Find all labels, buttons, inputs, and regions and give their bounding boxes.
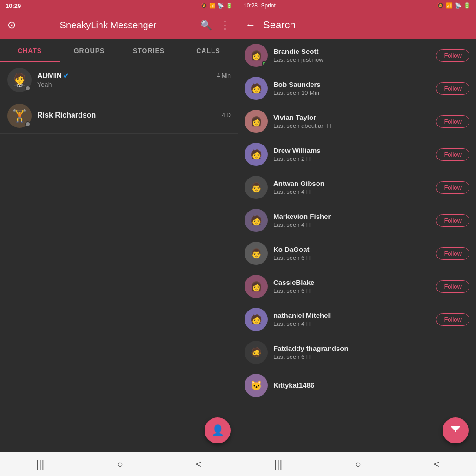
lastseen-drew: Last seen 2 H <box>273 155 436 162</box>
search-results-list: 👩 Brandie Scott Last seen just now Follo… <box>238 39 476 476</box>
search-icon[interactable]: 🔍 <box>200 20 212 31</box>
nav-back-left[interactable]: < <box>196 458 202 470</box>
info-nathaniel: nathaniel Mitchell Last seen 4 H <box>273 311 436 327</box>
wifi-icon: 📡 <box>218 3 224 9</box>
avatar-wrap-admin: 🤵 <box>7 68 32 92</box>
chat-item-risk[interactable]: 🏋️ Risk Richardson 4 D <box>0 98 238 134</box>
chat-list: 🤵 ADMIN ✔ 4 Min Yeah <box>0 62 238 476</box>
chat-time-risk: 4 D <box>222 112 231 119</box>
name-kittykat: Kittykat1486 <box>273 381 469 389</box>
search-item-drew[interactable]: 🧑 Drew Williams Last seen 2 H Follow <box>238 138 476 171</box>
name-vivian: Vivian Taylor <box>273 113 436 121</box>
nav-home-left[interactable]: ○ <box>117 458 123 470</box>
nav-menu-right[interactable]: ||| <box>274 458 282 470</box>
avatar-cassie: 👩 <box>245 275 268 298</box>
verified-icon-admin: ✔ <box>63 72 69 79</box>
new-chat-fab[interactable]: 👤 <box>205 417 231 443</box>
filter-icon <box>450 424 461 437</box>
follow-button-brandie[interactable]: Follow <box>436 49 469 62</box>
status-icons-left: 🔕 📶 📡 🔋 <box>201 3 232 9</box>
follow-button-markevion[interactable]: Follow <box>436 214 469 227</box>
tab-groups[interactable]: GROUPS <box>60 39 119 62</box>
lastseen-vivian: Last seen about an H <box>273 122 436 129</box>
follow-button-antwan[interactable]: Follow <box>436 181 469 194</box>
avatar-fatdaddy: 🧔 <box>245 341 268 364</box>
signal-icon-right: 📶 <box>446 2 453 9</box>
mute-icon-right: 🔕 <box>437 2 444 9</box>
search-item-vivian[interactable]: 👩 Vivian Taylor Last seen about an H Fol… <box>238 105 476 138</box>
avatar-kittykat: 🐱 <box>245 374 268 397</box>
chat-name-risk: Risk Richardson <box>37 111 96 119</box>
nav-back-right[interactable]: < <box>434 458 440 470</box>
status-bar-right: 10:28 Sprint 🔕 📶 📡 🔋 <box>238 0 476 11</box>
chat-item-admin[interactable]: 🤵 ADMIN ✔ 4 Min Yeah <box>0 62 238 98</box>
nav-menu-left[interactable]: ||| <box>36 458 44 470</box>
search-item-markevion[interactable]: 🧑 Markevion Fisher Last seen 4 H Follow <box>238 204 476 237</box>
name-markevion: Markevion Fisher <box>273 212 436 220</box>
info-drew: Drew Williams Last seen 2 H <box>273 146 436 162</box>
follow-button-nathaniel[interactable]: Follow <box>436 313 469 326</box>
more-icon[interactable]: ⋮ <box>219 20 231 31</box>
battery-icon: 🔋 <box>226 3 232 9</box>
name-nathaniel: nathaniel Mitchell <box>273 311 436 319</box>
follow-button-cassie[interactable]: Follow <box>436 280 469 293</box>
tabs-bar: CHATS GROUPS STORIES CALLS <box>0 39 238 62</box>
info-ko: Ko DaGoat Last seen 6 H <box>273 245 436 261</box>
app-title: SneakyLink Messenger <box>16 20 200 31</box>
lastseen-markevion: Last seen 4 H <box>273 221 436 228</box>
name-fatdaddy: Fatdaddy thagrandson <box>273 344 469 352</box>
avatar-nathaniel: 🧑 <box>245 308 268 331</box>
search-header: ← Search <box>238 11 476 39</box>
name-drew: Drew Williams <box>273 146 436 154</box>
lastseen-cassie: Last seen 6 H <box>273 287 436 294</box>
time-left: 10:29 <box>6 2 21 9</box>
left-panel: 10:29 🔕 📶 📡 🔋 ⊙ SneakyLink Messenger 🔍 ⋮… <box>0 0 238 476</box>
follow-button-drew[interactable]: Follow <box>436 148 469 161</box>
search-item-cassie[interactable]: 👩 CassieBlake Last seen 6 H Follow <box>238 270 476 303</box>
location-icon[interactable]: ⊙ <box>7 19 16 31</box>
search-item-bob[interactable]: 🧑 Bob Saunders Last seen 10 Min Follow <box>238 72 476 105</box>
lastseen-antwan: Last seen 4 H <box>273 188 436 195</box>
follow-button-ko[interactable]: Follow <box>436 247 469 260</box>
name-ko: Ko DaGoat <box>273 245 436 253</box>
search-item-brandie[interactable]: 👩 Brandie Scott Last seen just now Follo… <box>238 39 476 72</box>
tab-stories[interactable]: STORIES <box>119 39 178 62</box>
chat-info-risk: Risk Richardson 4 D <box>37 111 231 120</box>
lastseen-fatdaddy: Last seen 6 H <box>273 353 469 360</box>
search-item-nathaniel[interactable]: 🧑 nathaniel Mitchell Last seen 4 H Follo… <box>238 303 476 336</box>
search-item-fatdaddy[interactable]: 🧔 Fatdaddy thagrandson Last seen 6 H <box>238 336 476 369</box>
tab-chats[interactable]: CHATS <box>0 39 60 62</box>
chat-preview-admin: Yeah <box>37 81 231 88</box>
avatar-vivian: 👩 <box>245 110 268 133</box>
info-fatdaddy: Fatdaddy thagrandson Last seen 6 H <box>273 344 469 360</box>
person-add-icon: 👤 <box>212 424 224 436</box>
lastseen-brandie: Last seen just now <box>273 56 436 63</box>
nav-home-right[interactable]: ○ <box>355 458 361 470</box>
status-bar-left: 10:29 🔕 📶 📡 🔋 <box>0 0 238 11</box>
follow-button-bob[interactable]: Follow <box>436 82 469 95</box>
search-item-kittykat[interactable]: 🐱 Kittykat1486 <box>238 369 476 402</box>
nav-bar-right: ||| ○ < <box>238 452 476 476</box>
avatar-markevion: 🧑 <box>245 209 268 232</box>
info-kittykat: Kittykat1486 <box>273 381 469 390</box>
info-bob: Bob Saunders Last seen 10 Min <box>273 80 436 96</box>
filter-fab[interactable] <box>443 417 469 443</box>
chat-info-admin: ADMIN ✔ 4 Min Yeah <box>37 72 231 88</box>
avatar-antwan: 👨 <box>245 176 268 199</box>
app-header: ⊙ SneakyLink Messenger 🔍 ⋮ <box>0 11 238 39</box>
status-dot-risk <box>25 121 31 127</box>
name-antwan: Antwan Gibson <box>273 179 436 187</box>
header-actions: 🔍 ⋮ <box>200 20 231 31</box>
tab-calls[interactable]: CALLS <box>178 39 238 62</box>
wifi-icon-right: 📡 <box>455 2 462 9</box>
status-icons-right: 🔕 📶 📡 🔋 <box>437 2 470 9</box>
follow-button-vivian[interactable]: Follow <box>436 115 469 128</box>
battery-icon-right: 🔋 <box>463 2 470 9</box>
search-item-ko[interactable]: 👨 Ko DaGoat Last seen 6 H Follow <box>238 237 476 270</box>
search-item-antwan[interactable]: 👨 Antwan Gibson Last seen 4 H Follow <box>238 171 476 204</box>
back-button[interactable]: ← <box>245 19 256 31</box>
chat-name-row-risk: Risk Richardson 4 D <box>37 111 231 119</box>
search-title: Search <box>263 19 296 31</box>
info-cassie: CassieBlake Last seen 6 H <box>273 278 436 294</box>
lastseen-bob: Last seen 10 Min <box>273 89 436 96</box>
